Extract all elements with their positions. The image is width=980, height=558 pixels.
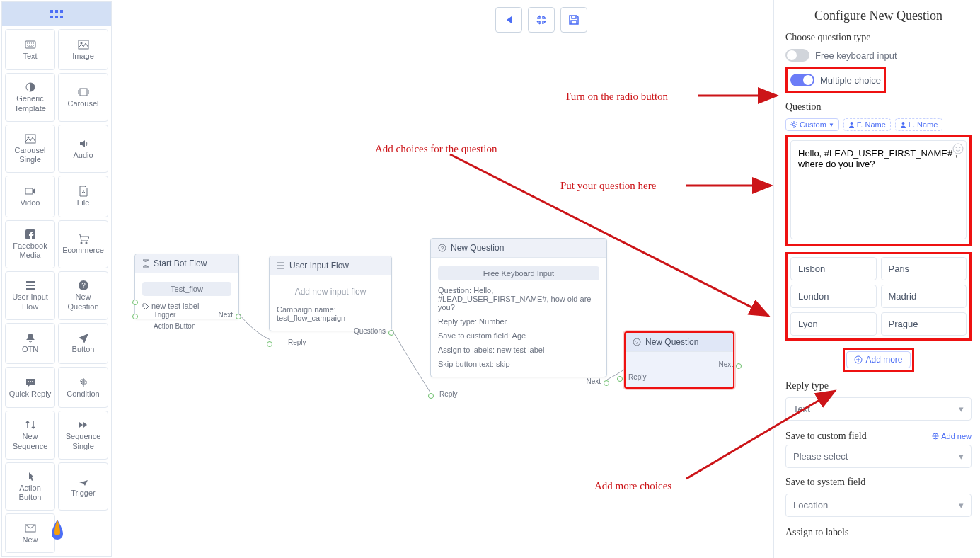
palette-item-facebook-media[interactable]: Facebook Media: [5, 220, 55, 269]
chip-lname[interactable]: L. Name: [895, 118, 943, 131]
image-icon: [78, 39, 89, 50]
save-system-select[interactable]: Location▾: [785, 494, 972, 517]
palette-item-new-question[interactable]: ?New Question: [58, 271, 108, 320]
anno-add-more: Add more choices: [594, 480, 671, 492]
palette-item-generic-template[interactable]: Generic Template: [5, 73, 55, 122]
pointer-icon: [25, 471, 36, 482]
choice-option[interactable]: Paris: [881, 257, 967, 280]
choice-option[interactable]: Madrid: [881, 285, 967, 308]
user-icon: [900, 121, 906, 128]
palette-item-carousel-single[interactable]: Carousel Single: [5, 125, 55, 173]
palette-item-label: User Input Flow: [7, 292, 53, 311]
node-start-bot-flow[interactable]: Start Bot Flow Test_flow new test label …: [134, 254, 239, 319]
assign-labels-label: Assign to labels: [785, 527, 848, 538]
palette-item-button[interactable]: Button: [58, 323, 108, 364]
svg-point-15: [80, 242, 82, 244]
fast-icon: [78, 419, 89, 431]
hourglass-icon: [142, 259, 149, 268]
palette-header[interactable]: [2, 2, 111, 26]
configure-panel: Configure New Question Choose question t…: [773, 0, 980, 558]
palette-item-label: Ecommerce: [62, 246, 104, 255]
add-new-custom-field[interactable]: Add new: [932, 432, 972, 440]
node-new-question-1[interactable]: ? New Question Free Keyboard Input Quest…: [430, 238, 607, 377]
palette-item-carousel[interactable]: Carousel: [58, 73, 108, 122]
palette-item-video[interactable]: Video: [5, 176, 55, 217]
carousel-icon: [78, 86, 89, 98]
toggle-switch[interactable]: [790, 74, 814, 86]
palette-item-label: Carousel Single: [7, 146, 53, 164]
bell-icon: [25, 332, 36, 343]
q1-assign: Assign to labels: new test label: [438, 343, 599, 357]
question-icon: ?: [438, 244, 446, 252]
chip-fname[interactable]: F. Name: [843, 118, 891, 131]
svg-point-29: [901, 122, 904, 125]
chat-icon: [25, 377, 36, 388]
anno-add-choices: Add choices for the question: [375, 143, 497, 155]
node-user-input-flow[interactable]: User Input Flow Add new input flow Campa…: [269, 256, 392, 331]
choice-option[interactable]: Lisbon: [790, 257, 877, 280]
flow-canvas[interactable]: Start Bot Flow Test_flow new test label …: [113, 0, 771, 558]
svg-point-27: [792, 123, 795, 126]
audio-icon: [78, 138, 89, 149]
svg-point-32: [959, 147, 961, 148]
svg-rect-3: [50, 16, 53, 18]
choice-option[interactable]: Prague: [881, 312, 967, 336]
node-badge: Free Keyboard Input: [438, 266, 599, 280]
emoji-icon[interactable]: [952, 143, 964, 156]
add-more-button[interactable]: Add more: [846, 351, 910, 368]
svg-rect-1: [55, 10, 58, 13]
gear-icon: [790, 121, 797, 128]
app-logo: [47, 518, 67, 545]
node-header: ? New Question: [626, 333, 733, 352]
palette-item-condition[interactable]: Condition: [58, 367, 108, 408]
plus-circle-icon: [854, 355, 863, 364]
chip-custom[interactable]: Custom ▼: [785, 118, 839, 131]
component-palette: TextImageGeneric TemplateCarouselCarouse…: [1, 1, 112, 557]
video-icon: [25, 186, 36, 197]
palette-item-user-input-flow[interactable]: User Input Flow: [5, 271, 55, 320]
palette-item-label: Quick Reply: [9, 389, 51, 399]
palette-item-label: File: [77, 198, 90, 207]
reply-type-select[interactable]: Text▾: [785, 397, 972, 421]
palette-item-ecommerce[interactable]: Ecommerce: [58, 220, 108, 269]
choices-container: LisbonParisLondonMadridLyonPrague: [785, 252, 972, 341]
palette-item-label: Condition: [67, 389, 99, 399]
anno-turn-on: Turn on the radio button: [565, 91, 668, 103]
palette-item-sequence-single[interactable]: Sequence Single: [58, 411, 108, 460]
palette-item-quick-reply[interactable]: Quick Reply: [5, 367, 55, 408]
grid-icon: [50, 10, 63, 18]
mail-icon: [25, 523, 36, 534]
reply-type-label: Reply type: [785, 380, 972, 392]
svg-point-19: [28, 381, 29, 382]
palette-item-otn[interactable]: OTN: [5, 323, 55, 364]
svg-rect-5: [60, 16, 63, 18]
palette-item-file[interactable]: File: [58, 176, 108, 217]
node-new-question-2[interactable]: ? New Question Next Reply: [624, 331, 734, 389]
save-custom-select[interactable]: Please select▾: [785, 445, 972, 468]
q1-skip: Skip button text: skip: [438, 357, 599, 371]
user-icon: [848, 121, 855, 128]
list-icon: [25, 280, 36, 291]
palette-item-label: Carousel: [67, 99, 98, 108]
svg-point-31: [956, 147, 957, 148]
toggle-label: Free keyboard input: [815, 50, 897, 61]
palette-item-new-sequence[interactable]: New Sequence: [5, 411, 55, 460]
palette-item-label: New Question: [60, 292, 106, 311]
palette-item-trigger[interactable]: Trigger: [58, 462, 108, 511]
palette-item-action-button[interactable]: Action Button: [5, 462, 55, 511]
node-title: Start Bot Flow: [154, 258, 207, 268]
toggle-multiple-choice[interactable]: Multiple choice: [790, 74, 881, 86]
choice-option[interactable]: London: [790, 285, 877, 308]
question-icon: ?: [78, 280, 89, 291]
palette-item-image[interactable]: Image: [58, 29, 108, 70]
palette-item-text[interactable]: Text: [5, 29, 55, 70]
question-textarea[interactable]: [790, 140, 967, 239]
svg-rect-10: [80, 89, 87, 96]
toggle-switch[interactable]: [785, 49, 809, 62]
q1-question: Question: Hello, #LEAD_USER_FIRST_NAME#,…: [438, 283, 599, 314]
toggle-free-keyboard[interactable]: Free keyboard input: [785, 49, 972, 62]
node-badge: Test_flow: [142, 282, 231, 296]
choice-option[interactable]: Lyon: [790, 312, 877, 336]
node-campaign: Campaign name: test_flow_campaign: [277, 302, 384, 325]
palette-item-audio[interactable]: Audio: [58, 125, 108, 173]
